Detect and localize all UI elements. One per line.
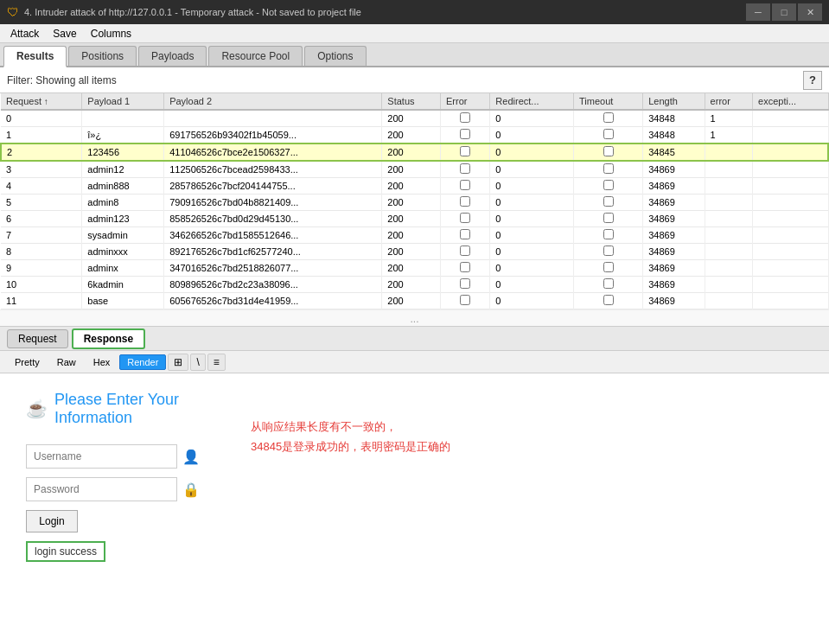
timeout-checkbox[interactable] (603, 262, 614, 272)
render-grid-icon[interactable]: ⊞ (168, 354, 188, 371)
table-cell[interactable] (441, 143, 490, 161)
timeout-checkbox[interactable] (603, 229, 614, 239)
table-cell[interactable] (574, 227, 643, 244)
timeout-checkbox[interactable] (603, 163, 614, 174)
menu-save[interactable]: Save (46, 26, 83, 41)
error-checkbox[interactable] (460, 146, 470, 156)
table-row[interactable]: 11base605676526c7bd31d4e41959...20003486… (1, 293, 828, 309)
error-checkbox[interactable] (460, 262, 470, 272)
menu-attack[interactable]: Attack (3, 26, 46, 41)
render-hex-btn[interactable]: Hex (86, 354, 118, 370)
render-wrap-icon[interactable]: \ (190, 354, 205, 371)
table-row[interactable]: 106kadmin809896526c7bd2c23a38096...20003… (1, 277, 828, 293)
table-cell[interactable] (574, 244, 643, 260)
render-pretty-btn[interactable]: Pretty (7, 354, 48, 370)
username-input[interactable] (26, 444, 177, 469)
table-row[interactable]: 5admin8790916526c7bd04b8821409...2000348… (1, 194, 828, 211)
table-cell[interactable] (574, 211, 643, 227)
table-cell[interactable] (441, 161, 490, 178)
table-cell[interactable] (441, 227, 490, 244)
table-cell (705, 161, 752, 178)
table-body: 020003484811î»¿691756526b93402f1b45059..… (1, 110, 828, 309)
error-checkbox[interactable] (460, 163, 470, 174)
tab-results[interactable]: Results (3, 46, 67, 67)
timeout-checkbox[interactable] (603, 180, 614, 190)
error-checkbox[interactable] (460, 196, 470, 207)
col-length[interactable]: Length (643, 93, 705, 110)
table-cell[interactable] (441, 277, 490, 293)
table-row[interactable]: 9adminx347016526c7bd2518826077...2000348… (1, 260, 828, 277)
table-cell[interactable] (441, 211, 490, 227)
render-raw-btn[interactable]: Raw (49, 354, 84, 370)
help-button[interactable]: ? (803, 71, 822, 90)
table-cell[interactable] (441, 110, 490, 127)
timeout-checkbox[interactable] (603, 112, 614, 123)
error-checkbox[interactable] (460, 129, 470, 139)
table-cell[interactable] (441, 194, 490, 211)
col-timeout[interactable]: Timeout (574, 93, 643, 110)
timeout-checkbox[interactable] (603, 129, 614, 139)
table-cell[interactable] (441, 244, 490, 260)
tab-positions[interactable]: Positions (68, 46, 137, 66)
col-status[interactable]: Status (382, 93, 441, 110)
error-checkbox[interactable] (460, 295, 470, 305)
table-row[interactable]: 1î»¿691756526b93402f1b45059...2000348481 (1, 127, 828, 144)
close-button[interactable]: ✕ (798, 3, 822, 21)
timeout-checkbox[interactable] (603, 245, 614, 256)
table-cell[interactable] (574, 277, 643, 293)
table-cell[interactable] (574, 178, 643, 194)
table-cell[interactable] (574, 110, 643, 127)
table-cell: 285786526c7bcf204144755... (164, 178, 382, 194)
col-payload1[interactable]: Payload 1 (82, 93, 164, 110)
table-cell[interactable] (574, 143, 643, 161)
timeout-checkbox[interactable] (603, 295, 614, 305)
error-checkbox[interactable] (460, 278, 470, 289)
col-error[interactable]: Error (441, 93, 490, 110)
login-button[interactable]: Login (26, 510, 78, 532)
timeout-checkbox[interactable] (603, 146, 614, 156)
table-row[interactable]: 6admin123858526526c7bd0d29d45130...20003… (1, 211, 828, 227)
table-cell[interactable] (574, 127, 643, 144)
error-checkbox[interactable] (460, 213, 470, 223)
col-request[interactable]: Request (1, 93, 82, 110)
table-cell: 200 (382, 194, 441, 211)
col-error2[interactable]: error (705, 93, 752, 110)
maximize-button[interactable]: □ (772, 3, 796, 21)
table-cell[interactable] (441, 260, 490, 277)
panel-tab-response[interactable]: Response (72, 328, 145, 349)
panel-tab-request[interactable]: Request (7, 329, 68, 348)
tab-payloads[interactable]: Payloads (138, 46, 207, 66)
error-checkbox[interactable] (460, 180, 470, 190)
render-menu-icon[interactable]: ≡ (207, 354, 226, 371)
menu-columns[interactable]: Columns (84, 26, 138, 41)
col-payload2[interactable]: Payload 2 (164, 93, 382, 110)
table-cell: base (82, 293, 164, 309)
table-cell[interactable] (441, 178, 490, 194)
table-cell[interactable] (574, 260, 643, 277)
table-row[interactable]: 4admin888285786526c7bcf204144755...20003… (1, 178, 828, 194)
table-row[interactable]: 7sysadmin346266526c7bd1585512646...20003… (1, 227, 828, 244)
timeout-checkbox[interactable] (603, 213, 614, 223)
error-checkbox[interactable] (460, 112, 470, 123)
minimize-button[interactable]: ─ (746, 3, 770, 21)
render-render-btn[interactable]: Render (119, 354, 166, 370)
col-redirect[interactable]: Redirect... (490, 93, 574, 110)
table-row[interactable]: 8adminxxx892176526c7bd1cf62577240...2000… (1, 244, 828, 260)
table-cell[interactable] (441, 127, 490, 144)
table-cell[interactable] (574, 161, 643, 178)
tab-resource-pool[interactable]: Resource Pool (208, 46, 303, 66)
table-row[interactable]: 3admin12112506526c7bcead2598433...200034… (1, 161, 828, 178)
password-input[interactable] (26, 477, 177, 501)
col-exception[interactable]: excepti... (753, 93, 828, 110)
timeout-checkbox[interactable] (603, 278, 614, 289)
error-checkbox[interactable] (460, 245, 470, 256)
timeout-checkbox[interactable] (603, 196, 614, 207)
table-row[interactable]: 2123456411046526c7bce2e1506327...2000348… (1, 143, 828, 161)
table-cell[interactable] (574, 194, 643, 211)
table-cell[interactable] (574, 293, 643, 309)
table-cell[interactable] (441, 293, 490, 309)
window-title: 4. Intruder attack of http://127.0.0.1 -… (24, 7, 746, 17)
tab-options[interactable]: Options (304, 46, 366, 66)
error-checkbox[interactable] (460, 229, 470, 239)
table-row[interactable]: 02000348481 (1, 110, 828, 127)
